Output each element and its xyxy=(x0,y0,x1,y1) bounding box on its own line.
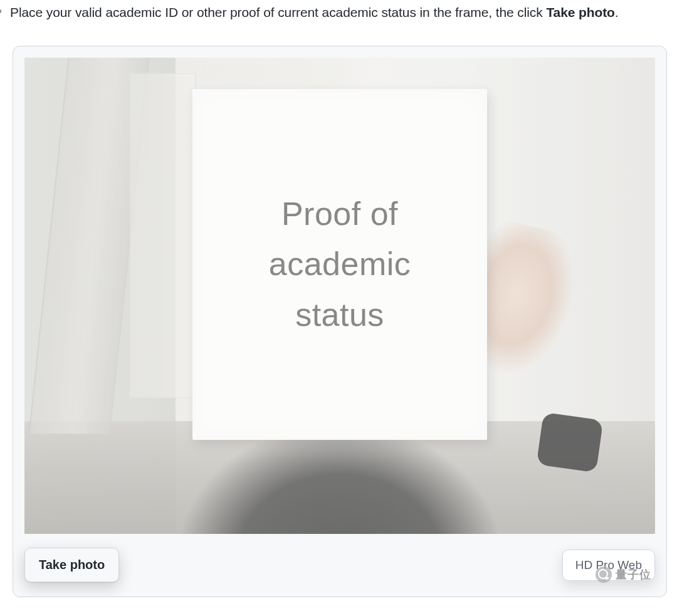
instruction-suffix: . xyxy=(615,5,619,19)
proof-paper-sign: Proof of academic status xyxy=(192,89,487,440)
paper-line-2: academic xyxy=(269,246,411,282)
camera-controls-row: Take photo HD Pro Web xyxy=(24,543,655,588)
camera-device-name: HD Pro Web xyxy=(575,558,642,572)
instruction-prefix: Place your valid academic ID or other pr… xyxy=(10,5,546,19)
instruction-list-item: Place your valid academic ID or other pr… xyxy=(0,0,677,23)
paper-sign-text: Proof of academic status xyxy=(269,189,411,340)
paper-line-3: status xyxy=(295,296,384,333)
instruction-bold: Take photo xyxy=(546,5,614,19)
take-photo-button[interactable]: Take photo xyxy=(24,548,119,582)
camera-capture-card: Proof of academic status Take photo HD P… xyxy=(13,46,667,597)
scene-smartwatch xyxy=(537,412,604,472)
camera-device-selector[interactable]: HD Pro Web xyxy=(562,550,655,581)
paper-line-1: Proof of xyxy=(281,196,398,232)
bullet-icon xyxy=(0,9,1,13)
instruction-text: Place your valid academic ID or other pr… xyxy=(10,3,619,23)
webcam-preview-frame: Proof of academic status xyxy=(24,58,655,534)
